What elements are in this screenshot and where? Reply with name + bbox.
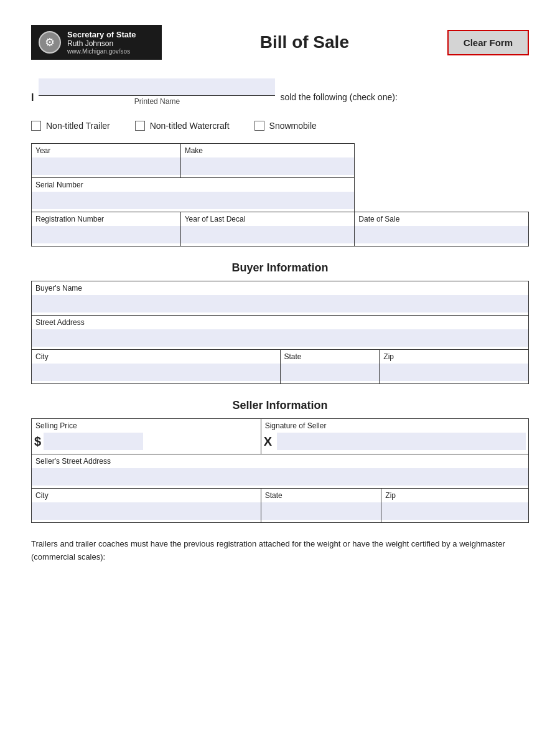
seller-zip-input[interactable] — [381, 502, 528, 520]
table-row: Seller's Street Address — [32, 454, 529, 489]
logo-box: ⚙ Secretary of State Ruth Johnson www.Mi… — [31, 25, 162, 60]
table-row: City State Zip — [32, 489, 529, 523]
seller-state-zip-table: State Zip — [261, 489, 528, 522]
buyer-state-input[interactable] — [281, 364, 380, 381]
street-address-label: Street Address — [32, 316, 528, 328]
logo-text: Secretary of State Ruth Johnson www.Mich… — [67, 30, 136, 55]
seller-info-table: Selling Price $ Signature of Seller X Se… — [31, 418, 529, 523]
selling-price-label: Selling Price — [32, 419, 261, 431]
i-prefix-label: I — [31, 92, 34, 106]
buyer-zip-input[interactable] — [380, 364, 528, 381]
page-header: ⚙ Secretary of State Ruth Johnson www.Mi… — [31, 25, 529, 60]
buyers-name-cell: Buyer's Name — [32, 281, 529, 316]
table-row: Year Make — [32, 144, 529, 178]
serial-number-cell: Serial Number — [32, 178, 355, 212]
seller-city-label: City — [32, 489, 261, 501]
checkbox-label: Non-titled Trailer — [46, 121, 110, 131]
table-row: State Zip — [261, 489, 528, 522]
signature-of-seller-cell: Signature of Seller X — [261, 419, 528, 454]
date-of-sale-cell: Date of Sale — [355, 212, 529, 247]
seller-state-label: State — [261, 489, 381, 501]
logo-title: Secretary of State — [67, 30, 136, 39]
checkbox-icon[interactable] — [254, 121, 264, 131]
street-address-input[interactable] — [32, 329, 528, 347]
seller-info-heading: Seller Information — [31, 399, 529, 412]
seller-state-cell: State — [261, 489, 381, 522]
table-row: Buyer's Name — [32, 281, 529, 316]
logo-url: www.Michigan.gov/sos — [67, 48, 136, 55]
checkbox-snowmobile[interactable]: Snowmobile — [254, 121, 317, 131]
seller-street-address-label: Seller's Street Address — [32, 454, 528, 467]
registration-number-cell: Registration Number — [32, 212, 181, 247]
checkbox-label: Non-titled Watercraft — [150, 121, 230, 131]
sold-text: sold the following (check one): — [280, 92, 397, 106]
buyer-city-input[interactable] — [32, 364, 280, 381]
year-label: Year — [32, 144, 180, 156]
seller-state-input[interactable] — [261, 502, 381, 520]
year-of-last-decal-input[interactable] — [181, 226, 355, 243]
buyer-zip-label: Zip — [380, 350, 528, 362]
serial-number-input[interactable] — [32, 192, 354, 209]
seller-city-state-zip-row: City — [32, 489, 261, 523]
make-label: Make — [181, 144, 355, 156]
buyer-info-table: Buyer's Name Street Address City State Z… — [31, 281, 529, 384]
year-input[interactable] — [32, 157, 180, 175]
checkbox-non-titled-trailer[interactable]: Non-titled Trailer — [31, 121, 110, 131]
buyer-state-label: State — [281, 350, 380, 362]
selling-price-input[interactable] — [44, 433, 143, 450]
footer-note: Trailers and trailer coaches must have t… — [31, 538, 529, 564]
checkbox-non-titled-watercraft[interactable]: Non-titled Watercraft — [135, 121, 230, 131]
checkbox-label: Snowmobile — [269, 121, 317, 131]
serial-number-label: Serial Number — [32, 178, 354, 190]
signature-x-mark: X — [264, 435, 272, 449]
seller-city-input[interactable] — [32, 502, 261, 520]
seller-zip-label: Zip — [381, 489, 528, 501]
date-of-sale-input[interactable] — [355, 226, 528, 243]
signature-of-seller-label: Signature of Seller — [261, 419, 528, 431]
seller-zip-cell: Zip — [381, 489, 528, 522]
seller-intro-row: I Printed Name sold the following (check… — [31, 78, 529, 106]
logo-name: Ruth Johnson — [67, 39, 136, 48]
buyers-name-input[interactable] — [32, 295, 528, 312]
printed-name-field-wrap: Printed Name — [39, 78, 275, 106]
vehicle-info-table: Year Make Serial Number Registration Num… — [31, 143, 529, 247]
table-row: Registration Number Year of Last Decal D… — [32, 212, 529, 247]
table-row: Serial Number — [32, 178, 529, 212]
printed-name-label: Printed Name — [134, 97, 180, 106]
date-of-sale-label: Date of Sale — [355, 212, 528, 225]
dollar-sign: $ — [34, 435, 41, 449]
checkbox-icon[interactable] — [31, 121, 41, 131]
buyer-state-cell: State — [280, 350, 380, 384]
registration-number-label: Registration Number — [32, 212, 180, 225]
state-seal-icon: ⚙ — [39, 31, 61, 54]
page-title: Bill of Sale — [162, 32, 447, 52]
make-cell: Make — [180, 144, 355, 178]
registration-number-input[interactable] — [32, 226, 180, 243]
selling-price-cell: Selling Price $ — [32, 419, 261, 454]
buyer-city-cell: City — [32, 350, 281, 384]
printed-name-input[interactable] — [39, 78, 275, 96]
buyer-zip-cell: Zip — [380, 350, 529, 384]
table-row: Street Address — [32, 316, 529, 350]
make-input[interactable] — [181, 157, 355, 175]
buyer-city-label: City — [32, 350, 280, 362]
seller-street-address-input[interactable] — [32, 468, 528, 486]
seller-state-zip-outer: State Zip — [261, 489, 528, 523]
year-cell: Year — [32, 144, 181, 178]
table-row: City State Zip — [32, 350, 529, 384]
seller-street-address-cell: Seller's Street Address — [32, 454, 529, 489]
year-of-last-decal-cell: Year of Last Decal — [180, 212, 355, 247]
checkbox-icon[interactable] — [135, 121, 145, 131]
checkboxes-row: Non-titled Trailer Non-titled Watercraft… — [31, 121, 529, 131]
clear-form-button[interactable]: Clear Form — [447, 30, 529, 55]
table-row: Selling Price $ Signature of Seller X — [32, 419, 529, 454]
signature-of-seller-input[interactable] — [277, 433, 526, 450]
year-of-last-decal-label: Year of Last Decal — [181, 212, 355, 225]
street-address-cell: Street Address — [32, 316, 529, 350]
buyer-info-heading: Buyer Information — [31, 261, 529, 275]
buyers-name-label: Buyer's Name — [32, 281, 528, 294]
